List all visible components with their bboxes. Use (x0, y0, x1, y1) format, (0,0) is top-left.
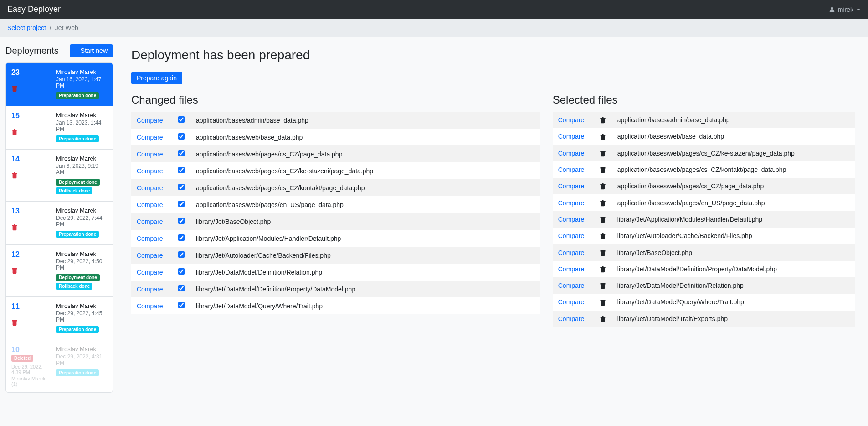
deployment-item[interactable]: 14 Miroslav MarekJan 6, 2023, 9:19 AMDep… (6, 150, 113, 202)
compare-link[interactable]: Compare (558, 298, 585, 306)
delete-deployment-icon[interactable] (11, 85, 52, 92)
compare-link[interactable]: Compare (558, 315, 585, 322)
file-checkbox[interactable] (178, 302, 185, 308)
file-checkbox[interactable] (178, 285, 185, 291)
prepare-again-button[interactable]: Prepare again (131, 72, 182, 84)
changed-files-table: Compareapplication/bases/admin/base_data… (131, 112, 540, 314)
remove-file-icon[interactable] (594, 161, 612, 178)
status-badge: Preparation done (56, 326, 99, 333)
user-menu[interactable]: mirek (829, 6, 861, 13)
remove-file-icon[interactable] (594, 244, 612, 260)
remove-file-icon[interactable] (594, 145, 612, 161)
deployment-number: 11 (11, 302, 52, 311)
navbar: Easy Deployer mirek (0, 0, 868, 19)
remove-file-icon[interactable] (594, 112, 612, 128)
table-row: Comparelibrary/Jet/DataModel/Definition/… (131, 264, 540, 281)
compare-link[interactable]: Compare (137, 151, 163, 158)
file-path: application/bases/web/pages/cs_CZ/page_d… (612, 178, 855, 194)
delete-deployment-icon[interactable] (11, 171, 52, 179)
compare-link[interactable]: Compare (137, 184, 163, 192)
compare-link[interactable]: Compare (137, 201, 163, 208)
remove-file-icon[interactable] (594, 277, 612, 294)
remove-file-icon[interactable] (594, 228, 612, 244)
file-checkbox[interactable] (178, 268, 185, 275)
remove-file-icon[interactable] (594, 178, 612, 194)
breadcrumb-link[interactable]: Select project (7, 24, 46, 31)
delete-deployment-icon[interactable] (11, 267, 52, 274)
app-brand[interactable]: Easy Deployer (7, 5, 61, 14)
deployment-item[interactable]: 10 DeletedDec 29, 2022, 4:39 PMMiroslav … (6, 340, 113, 392)
compare-link[interactable]: Compare (137, 117, 163, 124)
compare-link[interactable]: Compare (137, 302, 163, 310)
compare-link[interactable]: Compare (137, 134, 163, 141)
table-row: Comparelibrary/Jet/Application/Modules/H… (131, 230, 540, 247)
compare-link[interactable]: Compare (137, 218, 163, 225)
remove-file-icon[interactable] (594, 211, 612, 228)
remove-file-icon[interactable] (594, 128, 612, 145)
deployment-date: Dec 29, 2022, 4:31 PM (56, 353, 107, 366)
compare-link[interactable]: Compare (558, 133, 585, 140)
delete-deployment-icon[interactable] (11, 128, 52, 135)
file-path: library/Jet/Application/Modules/Handler/… (612, 211, 855, 228)
delete-deployment-icon[interactable] (11, 223, 52, 231)
compare-link[interactable]: Compare (558, 265, 585, 273)
remove-file-icon[interactable] (594, 294, 612, 310)
compare-link[interactable]: Compare (558, 249, 585, 256)
start-new-button[interactable]: + Start new (70, 44, 113, 57)
compare-link[interactable]: Compare (137, 286, 163, 293)
compare-link[interactable]: Compare (558, 232, 585, 239)
file-checkbox[interactable] (178, 184, 185, 190)
deployment-user: Miroslav Marek (56, 155, 107, 162)
breadcrumb-bar: Select project / Jet Web (0, 19, 868, 37)
file-checkbox[interactable] (178, 116, 185, 123)
status-badge: Rollback done (56, 187, 92, 194)
breadcrumb: Select project / Jet Web (7, 24, 861, 31)
remove-file-icon[interactable] (594, 261, 612, 277)
deployment-item[interactable]: 11 Miroslav MarekDec 29, 2022, 4:45 PMPr… (6, 297, 113, 340)
table-row: Compareapplication/bases/admin/base_data… (553, 112, 855, 128)
file-checkbox[interactable] (178, 218, 185, 224)
compare-link[interactable]: Compare (137, 235, 163, 242)
deployment-number: 23 (11, 68, 52, 77)
compare-link[interactable]: Compare (137, 252, 163, 259)
file-checkbox[interactable] (178, 251, 185, 258)
deployment-item[interactable]: 15 Miroslav MarekJan 13, 2023, 1:44 PMPr… (6, 106, 113, 150)
table-row: Comparelibrary/Jet/Autoloader/Cache/Back… (131, 247, 540, 264)
table-row: Compareapplication/bases/web/pages/cs_CZ… (131, 145, 540, 162)
deployment-number: 15 (11, 112, 52, 120)
file-checkbox[interactable] (178, 234, 185, 241)
file-path: library/Jet/DataModel/Definition/Propert… (612, 261, 855, 277)
remove-file-icon[interactable] (594, 311, 612, 327)
status-badge: Preparation done (56, 369, 99, 376)
compare-link[interactable]: Compare (137, 269, 163, 276)
delete-deployment-icon[interactable] (11, 319, 52, 326)
plus-icon: + (75, 47, 79, 54)
file-checkbox[interactable] (178, 201, 185, 207)
compare-link[interactable]: Compare (558, 282, 585, 289)
file-path: application/bases/web/pages/en_US/page_d… (190, 196, 540, 213)
chevron-down-icon (856, 7, 861, 12)
compare-link[interactable]: Compare (558, 150, 585, 157)
table-row: Comparelibrary/Jet/DataModel/Definition/… (553, 277, 855, 294)
deployment-user: Miroslav Marek (56, 250, 107, 257)
compare-link[interactable]: Compare (558, 216, 585, 223)
compare-link[interactable]: Compare (558, 199, 585, 207)
deployment-item[interactable]: 13 Miroslav MarekDec 29, 2022, 7:44 PMPr… (6, 202, 113, 245)
file-path: application/bases/web/pages/cs_CZ/page_d… (190, 145, 540, 162)
file-checkbox[interactable] (178, 167, 185, 173)
deployment-item[interactable]: 23 Miroslav MarekJan 16, 2023, 1:47 PMPr… (6, 63, 113, 106)
remove-file-icon[interactable] (594, 194, 612, 211)
compare-link[interactable]: Compare (558, 182, 585, 190)
file-checkbox[interactable] (178, 150, 185, 156)
file-checkbox[interactable] (178, 133, 185, 140)
compare-link[interactable]: Compare (558, 116, 585, 124)
compare-link[interactable]: Compare (137, 167, 163, 175)
deployment-user: Miroslav Marek (56, 68, 107, 75)
deployment-item[interactable]: 12 Miroslav MarekDec 29, 2022, 4:50 PMDe… (6, 245, 113, 297)
file-path: application/bases/web/pages/cs_CZ/kontak… (612, 161, 855, 178)
breadcrumb-current: Jet Web (55, 24, 78, 31)
file-path: library/Jet/BaseObject.php (612, 244, 855, 260)
user-icon (829, 6, 835, 13)
compare-link[interactable]: Compare (558, 166, 585, 173)
selected-files-title: Selected files (553, 94, 855, 106)
